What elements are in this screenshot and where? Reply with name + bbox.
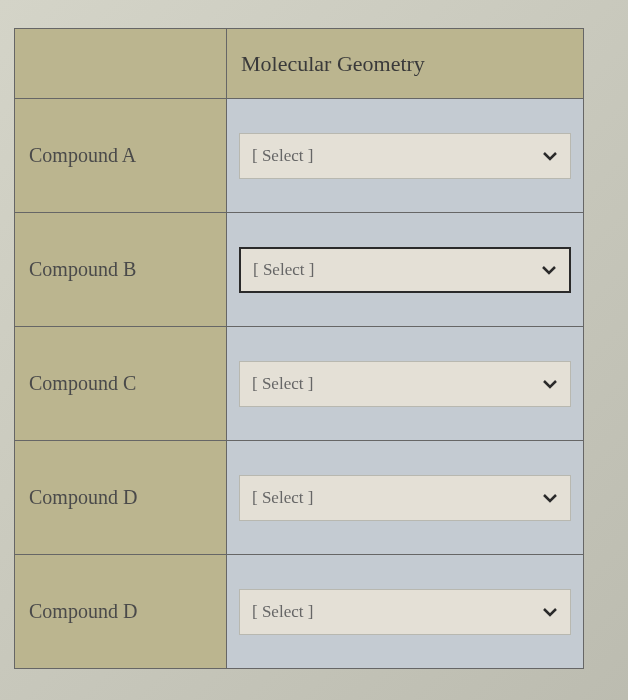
select-placeholder: [ Select ] <box>252 602 313 622</box>
select-compound-d[interactable]: [ Select ] <box>239 475 571 521</box>
geometry-table: Molecular Geometry Compound A [ Select ]… <box>14 28 584 669</box>
select-placeholder: [ Select ] <box>252 374 313 394</box>
select-compound-a[interactable]: [ Select ] <box>239 133 571 179</box>
table-row: Compound C [ Select ] <box>15 327 584 441</box>
select-placeholder: [ Select ] <box>253 260 314 280</box>
header-molecular-geometry: Molecular Geometry <box>227 29 584 99</box>
table-row: Compound D [ Select ] <box>15 555 584 669</box>
table-row: Compound D [ Select ] <box>15 441 584 555</box>
select-compound-d-2[interactable]: [ Select ] <box>239 589 571 635</box>
row-value-cell: [ Select ] <box>227 327 584 441</box>
row-value-cell: [ Select ] <box>227 213 584 327</box>
row-label-compound-b: Compound B <box>15 213 227 327</box>
row-label-compound-d: Compound D <box>15 441 227 555</box>
select-compound-c[interactable]: [ Select ] <box>239 361 571 407</box>
row-value-cell: [ Select ] <box>227 441 584 555</box>
row-value-cell: [ Select ] <box>227 99 584 213</box>
table-row: Compound B [ Select ] <box>15 213 584 327</box>
row-label-compound-c: Compound C <box>15 327 227 441</box>
table-row: Compound A [ Select ] <box>15 99 584 213</box>
select-compound-b[interactable]: [ Select ] <box>239 247 571 293</box>
select-placeholder: [ Select ] <box>252 488 313 508</box>
header-row: Molecular Geometry <box>15 29 584 99</box>
row-value-cell: [ Select ] <box>227 555 584 669</box>
header-empty-cell <box>15 29 227 99</box>
row-label-compound-a: Compound A <box>15 99 227 213</box>
row-label-compound-d-2: Compound D <box>15 555 227 669</box>
select-placeholder: [ Select ] <box>252 146 313 166</box>
